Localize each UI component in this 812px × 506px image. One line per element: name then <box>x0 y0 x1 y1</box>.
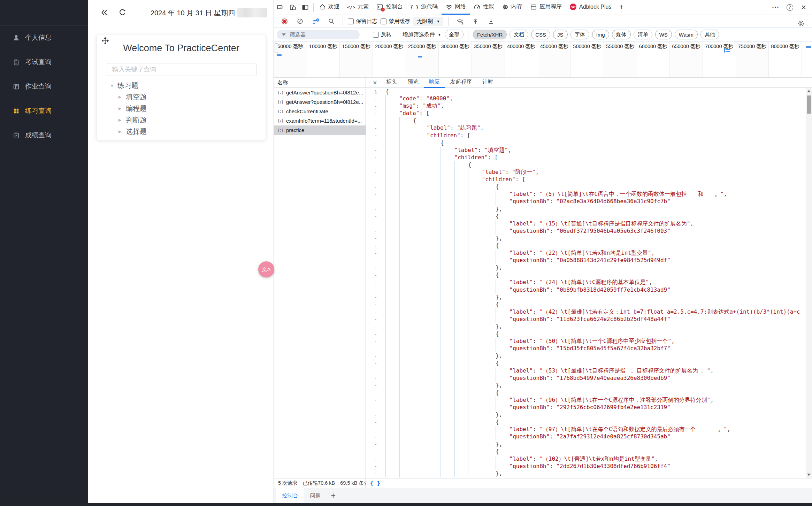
filter-chip-ws[interactable]: WS <box>655 30 672 39</box>
caret-collapsed-icon[interactable]: ▶ <box>118 106 123 111</box>
filter-chip--[interactable]: 其他 <box>700 30 719 39</box>
filter-chip-fetch-xhr[interactable]: Fetch/XHR <box>473 30 507 39</box>
fold-marker-icon[interactable]: - <box>366 287 385 293</box>
fold-marker-icon[interactable]: - <box>366 206 385 212</box>
tree-node[interactable]: ▶填空题 <box>97 91 266 103</box>
fold-marker-icon[interactable]: - <box>366 118 385 124</box>
fold-marker-icon[interactable]: - <box>366 155 385 160</box>
filter-chip-wasm[interactable]: Wasm <box>675 30 698 39</box>
fold-marker-icon[interactable]: - <box>366 236 385 241</box>
detail-tab-响应[interactable]: 响应 <box>424 77 445 88</box>
sidebar-item-exam[interactable]: 考试查询 <box>0 50 88 74</box>
fold-marker-icon[interactable]: - <box>366 405 385 411</box>
more-tabs-button[interactable]: + <box>615 0 627 15</box>
checkbox[interactable] <box>381 18 386 24</box>
filter-toggle-icon[interactable] <box>309 15 322 28</box>
request-row[interactable]: {;}examInfo?term=11&studentId=... <box>274 116 366 125</box>
response-json-editor[interactable]: 1{-"code": "A0000",-"msg": "成功",-"data":… <box>366 88 801 478</box>
fold-marker-icon[interactable]: - <box>366 309 385 315</box>
filter-input[interactable]: 筛选器 <box>277 30 360 39</box>
network-conditions-icon[interactable] <box>453 15 466 28</box>
tree-node[interactable]: ▶编程题 <box>97 103 266 114</box>
network-overview-timeline[interactable]: 50000 毫秒100000 毫秒150000 毫秒200000 毫秒25000… <box>274 41 812 78</box>
fold-marker-icon[interactable]: - <box>366 192 385 197</box>
disable-cache-checkbox[interactable]: 禁用缓存 <box>381 18 410 25</box>
caret-expanded-icon[interactable]: ▼ <box>110 84 115 88</box>
checkbox[interactable] <box>348 18 354 24</box>
fold-marker-icon[interactable]: - <box>366 324 385 330</box>
keyword-search-input[interactable] <box>107 63 256 76</box>
sidebar-item-score[interactable]: 成绩查询 <box>0 123 88 147</box>
fold-marker-icon[interactable]: - <box>366 368 385 374</box>
throttling-select[interactable]: 无限制 ▼ <box>413 17 443 26</box>
tab-console[interactable]: ×控制台 <box>373 0 406 15</box>
sidebar-item-homework[interactable]: 作业查询 <box>0 74 88 99</box>
filter-chip--[interactable]: 文档 <box>510 30 528 39</box>
fold-marker-icon[interactable]: - <box>366 302 385 307</box>
filter-chip--[interactable]: 媒体 <box>612 30 631 39</box>
fold-marker-icon[interactable]: - <box>366 375 385 381</box>
collapse-sidebar-icon[interactable] <box>100 8 109 17</box>
fold-marker-icon[interactable]: - <box>366 133 385 138</box>
sidebar-item-user[interactable]: 个人信息 <box>0 25 88 50</box>
more-options-icon[interactable]: ··· <box>769 1 782 14</box>
fold-marker-icon[interactable]: - <box>366 361 385 366</box>
caret-collapsed-icon[interactable]: ▶ <box>118 95 123 99</box>
clear-network-log-icon[interactable] <box>294 15 306 28</box>
sidebar-item-practice[interactable]: 练习查询 <box>0 99 88 123</box>
fold-marker-icon[interactable]: - <box>366 170 385 175</box>
fold-marker-icon[interactable]: - <box>366 147 385 153</box>
close-devtools-icon[interactable]: × <box>797 1 810 14</box>
tab-abp[interactable]: ABPAdblock Plus <box>566 0 615 15</box>
fold-marker-icon[interactable]: - <box>366 228 385 234</box>
tree-node[interactable]: ▶判断题 <box>97 114 266 126</box>
export-har-icon[interactable] <box>485 15 497 28</box>
scrollbar-thumb[interactable] <box>807 95 811 114</box>
device-toolbar-icon[interactable] <box>286 1 299 14</box>
fold-marker-icon[interactable]: - <box>366 339 385 344</box>
fold-marker-icon[interactable]: - <box>366 265 385 271</box>
fold-marker-icon[interactable]: - <box>366 273 385 278</box>
filter-chip-css[interactable]: CSS <box>531 30 550 39</box>
request-row[interactable]: {;}getAnswer?questionBh=0f812e... <box>274 97 366 107</box>
filter-chip--[interactable]: 清单 <box>634 30 652 39</box>
fold-marker-icon[interactable]: - <box>366 353 385 359</box>
import-har-icon[interactable] <box>469 15 482 28</box>
tab-elements[interactable]: </>元素 <box>343 0 373 15</box>
tab-perf[interactable]: 性能 <box>470 0 498 15</box>
fold-marker-icon[interactable]: - <box>366 316 385 322</box>
checkbox[interactable] <box>373 32 379 38</box>
filter-chip--[interactable]: 字体 <box>570 30 589 39</box>
requests-name-column-header[interactable]: 名称 <box>274 77 366 88</box>
filter-chip-js[interactable]: JS <box>553 30 568 39</box>
refresh-icon[interactable] <box>118 8 127 17</box>
fold-marker-icon[interactable]: - <box>366 463 385 469</box>
dock-side-icon[interactable] <box>299 1 312 14</box>
fold-marker-icon[interactable]: - <box>366 177 385 183</box>
detail-tab-发起程序[interactable]: 发起程序 <box>445 77 477 88</box>
fold-marker-icon[interactable]: - <box>366 427 385 432</box>
tab-memory[interactable]: 内存 <box>498 0 526 15</box>
more-filters-dropdown[interactable]: 增加筛选条件 ▼ <box>403 31 441 38</box>
fold-marker-icon[interactable]: - <box>366 258 385 263</box>
fold-marker-icon[interactable]: - <box>366 346 385 352</box>
fold-marker-icon[interactable]: - <box>366 140 385 146</box>
fold-marker-icon[interactable]: - <box>366 280 385 285</box>
translate-float-widget[interactable]: 文A <box>258 261 274 277</box>
format-json-button[interactable]: { } <box>370 480 380 486</box>
request-row[interactable]: {;}practice <box>274 125 366 135</box>
fold-marker-icon[interactable]: - <box>366 397 385 403</box>
close-detail-icon[interactable]: × <box>369 79 381 87</box>
fold-marker-icon[interactable]: - <box>366 199 385 205</box>
tab-network[interactable]: 网络 <box>442 0 470 15</box>
help-icon[interactable]: ? <box>783 1 796 14</box>
add-drawer-tab-icon[interactable]: + <box>327 491 340 500</box>
scroll-down-icon[interactable] <box>807 474 811 476</box>
fold-marker-icon[interactable]: - <box>366 449 385 454</box>
detail-tab-标头[interactable]: 标头 <box>381 77 403 88</box>
drawer-tab-控制台[interactable]: 控制台 <box>276 488 304 503</box>
record-network-log-icon[interactable] <box>278 15 291 28</box>
editor-scrollbar[interactable] <box>806 88 812 478</box>
fold-marker-icon[interactable]: - <box>366 162 385 168</box>
fold-marker-icon[interactable]: - <box>366 184 385 190</box>
